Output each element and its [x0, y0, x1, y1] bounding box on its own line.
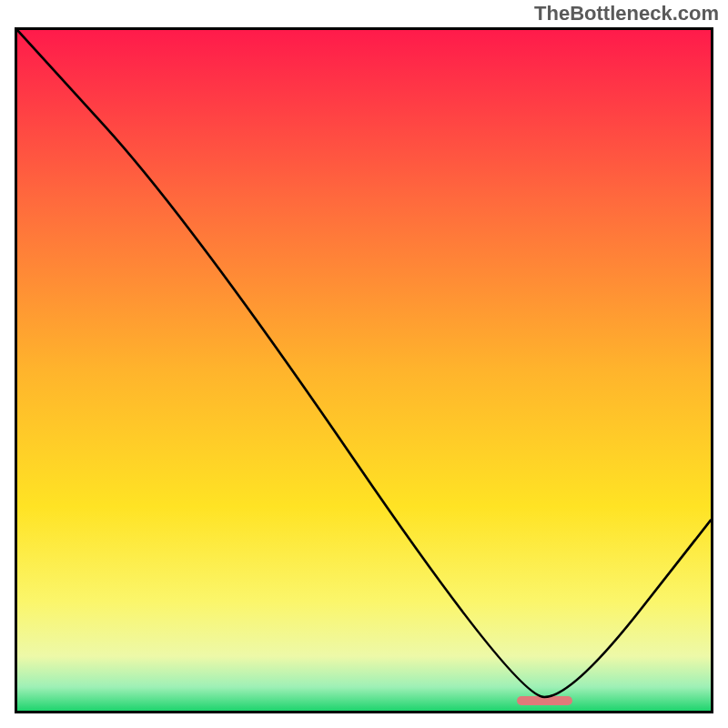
chart-stage: TheBottleneck.com — [0, 0, 728, 728]
watermark-text: TheBottleneck.com — [534, 2, 719, 25]
curve-path — [17, 30, 711, 697]
plot-area — [15, 27, 713, 713]
curve-layer — [17, 30, 711, 711]
